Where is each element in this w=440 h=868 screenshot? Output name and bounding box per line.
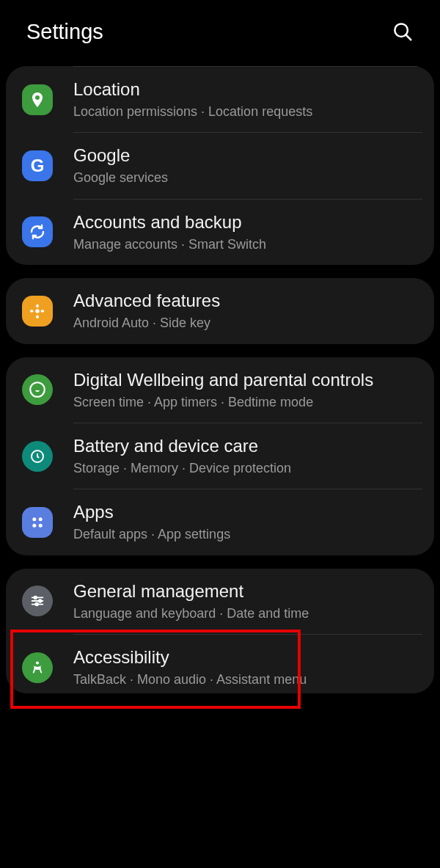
settings-item-battery[interactable]: Battery and device care Storage · Memory… [6,423,434,489]
settings-group: Location Location permissions · Location… [6,66,434,265]
sync-icon [22,216,53,247]
search-icon [392,21,414,43]
settings-item-advanced[interactable]: Advanced features Android Auto · Side ke… [6,278,434,343]
svg-point-14 [35,603,38,606]
apps-icon [22,507,53,538]
settings-item-accessibility[interactable]: Accessibility TalkBack · Mono audio · As… [6,635,434,693]
settings-item-title: Accessibility [73,646,307,668]
settings-item-title: General management [73,580,309,602]
google-icon: G [22,150,53,181]
svg-point-5 [32,517,36,521]
svg-point-10 [34,597,37,599]
settings-item-text: Digital Wellbeing and parental controls … [73,369,373,411]
svg-point-12 [39,600,42,603]
battery-care-icon [22,441,53,472]
settings-item-subtitle: Manage accounts · Smart Switch [73,236,266,253]
settings-item-text: General management Language and keyboard… [73,580,309,622]
settings-item-title: Accounts and backup [73,211,266,233]
settings-item-subtitle: Android Auto · Side key [73,315,220,332]
svg-point-8 [39,524,43,528]
settings-item-accounts[interactable]: Accounts and backup Manage accounts · Sm… [6,200,434,265]
settings-item-title: Location [73,79,312,101]
wellbeing-icon [22,374,53,405]
settings-item-text: Advanced features Android Auto · Side ke… [73,290,220,332]
svg-point-3 [30,383,45,398]
gear-flower-icon [22,296,53,327]
settings-item-subtitle: Default apps · App settings [73,526,230,543]
settings-item-subtitle: Screen time · App timers · Bedtime mode [73,394,373,411]
svg-point-7 [32,524,36,528]
settings-item-subtitle: Language and keyboard · Date and time [73,605,309,622]
page-title: Settings [26,20,103,44]
search-button[interactable] [389,18,417,45]
settings-item-subtitle: Google services [73,169,168,186]
settings-item-text: Battery and device care Storage · Memory… [73,435,291,477]
settings-item-text: Accounts and backup Manage accounts · Sm… [73,211,266,253]
settings-item-title: Battery and device care [73,435,291,457]
settings-item-subtitle: TalkBack · Mono audio · Assistant menu [73,671,307,688]
settings-item-google[interactable]: G Google Google services [6,133,434,198]
accessibility-icon [22,652,53,683]
svg-point-6 [39,517,43,521]
settings-item-location[interactable]: Location Location permissions · Location… [6,67,434,132]
settings-item-apps[interactable]: Apps Default apps · App settings [6,489,434,555]
settings-item-title: Google [73,145,168,167]
settings-item-general[interactable]: General management Language and keyboard… [6,569,434,634]
settings-item-wellbeing[interactable]: Digital Wellbeing and parental controls … [6,357,434,423]
settings-group: General management Language and keyboard… [6,569,434,693]
settings-item-title: Apps [73,501,230,523]
svg-point-15 [36,661,39,664]
svg-point-2 [35,309,40,313]
settings-item-title: Advanced features [73,290,220,312]
svg-line-1 [406,35,411,40]
settings-item-subtitle: Storage · Memory · Device protection [73,460,291,477]
settings-item-text: Apps Default apps · App settings [73,501,230,543]
settings-group: Digital Wellbeing and parental controls … [6,357,434,555]
settings-item-text: Location Location permissions · Location… [73,79,312,120]
settings-group: Advanced features Android Auto · Side ke… [6,278,434,343]
header: Settings [0,0,440,66]
settings-item-text: Accessibility TalkBack · Mono audio · As… [73,646,307,688]
settings-item-title: Digital Wellbeing and parental controls [73,369,373,391]
settings-item-text: Google Google services [73,145,168,186]
location-icon [22,84,53,115]
sliders-icon [22,586,53,616]
settings-item-subtitle: Location permissions · Location requests [73,103,312,120]
